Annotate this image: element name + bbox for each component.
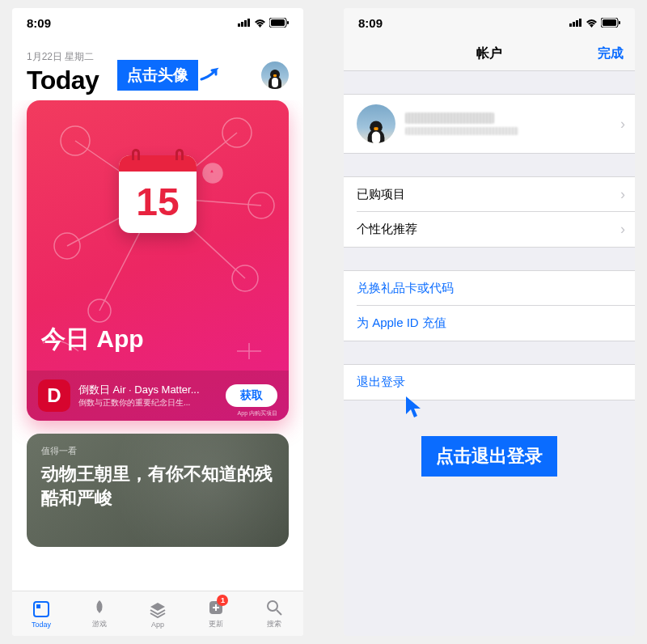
tab-games[interactable]: 游戏: [70, 591, 129, 636]
app-icon: D: [38, 379, 70, 412]
today-header: 1月22日 星期二 Today 点击头像: [12, 37, 303, 100]
svg-rect-21: [36, 604, 40, 608]
avatar: [357, 104, 395, 143]
done-button[interactable]: 完成: [598, 45, 624, 62]
svg-rect-6: [287, 21, 289, 24]
svg-rect-2: [244, 20, 247, 27]
svg-rect-25: [569, 23, 572, 27]
phone-left-appstore-today: 8:09 1月22日 星期二 Today 点击头像: [12, 8, 303, 636]
nav-title: 帐户: [476, 45, 502, 62]
card-eyebrow: 值得一看: [41, 445, 274, 457]
penguin-icon: [268, 70, 282, 89]
cursor-icon: [404, 395, 425, 419]
status-icons: [569, 18, 620, 28]
cell-purchased[interactable]: 已购项目 ›: [344, 176, 635, 213]
status-bar: 8:09: [344, 8, 635, 37]
svg-point-23: [268, 601, 277, 611]
arrow-icon: [200, 65, 221, 83]
battery-icon: [601, 18, 620, 28]
phone-right-account: 8:09 帐户 完成 › 已购项目 › 个性化推荐 › 兑换礼品卡或代码: [344, 8, 635, 636]
svg-rect-27: [576, 20, 578, 27]
rocket-icon: [90, 598, 109, 617]
wifi-icon: [586, 19, 598, 28]
app-name: 倒数日 Air · Days Matter...: [78, 383, 218, 397]
svg-rect-1: [241, 22, 243, 27]
svg-rect-30: [603, 19, 616, 26]
cellular-icon: [569, 19, 582, 27]
svg-rect-31: [619, 21, 620, 24]
today-feature-card[interactable]: 15 今日 App D 倒数日 Air · Days Matter... 倒数与…: [27, 100, 289, 421]
search-icon: [264, 598, 284, 617]
get-button[interactable]: 获取: [226, 384, 277, 407]
tab-apps[interactable]: App: [129, 591, 187, 636]
card-title: 今日 App: [41, 323, 144, 356]
svg-line-24: [277, 610, 281, 615]
svg-rect-3: [247, 19, 250, 27]
card-app-footer: D 倒数日 Air · Days Matter... 倒数与正数你的重要纪念日生…: [27, 371, 289, 421]
annotation-tap-avatar: 点击头像: [117, 60, 198, 91]
tab-updates[interactable]: 1 更新: [187, 591, 245, 636]
today-story-card[interactable]: 值得一看 动物王朝里，有你不知道的残酷和严峻: [27, 434, 289, 547]
nav-bar: 帐户 完成: [344, 37, 635, 71]
cellular-icon: [238, 19, 251, 27]
cell-personalized[interactable]: 个性化推荐 ›: [344, 212, 635, 248]
cell-redeem[interactable]: 兑换礼品卡或代码: [344, 270, 635, 307]
tab-bar: Today 游戏 App 1 更新 搜索: [12, 591, 303, 636]
chevron-right-icon: ›: [620, 186, 625, 203]
svg-rect-28: [579, 19, 581, 27]
status-icons: [238, 18, 289, 28]
status-bar: 8:09: [12, 8, 303, 37]
profile-avatar[interactable]: [261, 61, 289, 89]
tab-today[interactable]: Today: [12, 591, 70, 636]
card-title: 动物王朝里，有你不知道的残酷和严峻: [41, 462, 274, 510]
svg-rect-5: [271, 19, 285, 26]
wifi-icon: [254, 19, 266, 28]
updates-badge: 1: [217, 595, 228, 606]
battery-icon: [269, 18, 289, 28]
today-icon: [32, 600, 51, 619]
iap-note: App 内购买项目: [238, 409, 277, 417]
annotation-tap-signout: 点击退出登录: [421, 436, 557, 477]
cell-add-funds[interactable]: 为 Apple ID 充值: [344, 306, 635, 341]
chevron-right-icon: ›: [620, 116, 625, 133]
status-time: 8:09: [358, 16, 383, 30]
status-time: 8:09: [27, 16, 51, 30]
layers-icon: [148, 600, 167, 619]
svg-rect-26: [573, 22, 575, 27]
svg-rect-20: [34, 602, 49, 616]
svg-rect-0: [238, 23, 240, 27]
calendar-icon: 15: [119, 155, 197, 233]
app-subtitle: 倒数与正数你的重要纪念日生...: [78, 397, 218, 409]
account-name-redacted: [405, 112, 622, 135]
today-content[interactable]: 15 今日 App D 倒数日 Air · Days Matter... 倒数与…: [12, 100, 303, 591]
chevron-right-icon: ›: [620, 221, 625, 238]
cell-account-profile[interactable]: ›: [344, 94, 635, 154]
tab-search[interactable]: 搜索: [245, 591, 303, 636]
cell-sign-out[interactable]: 退出登录: [344, 364, 635, 400]
